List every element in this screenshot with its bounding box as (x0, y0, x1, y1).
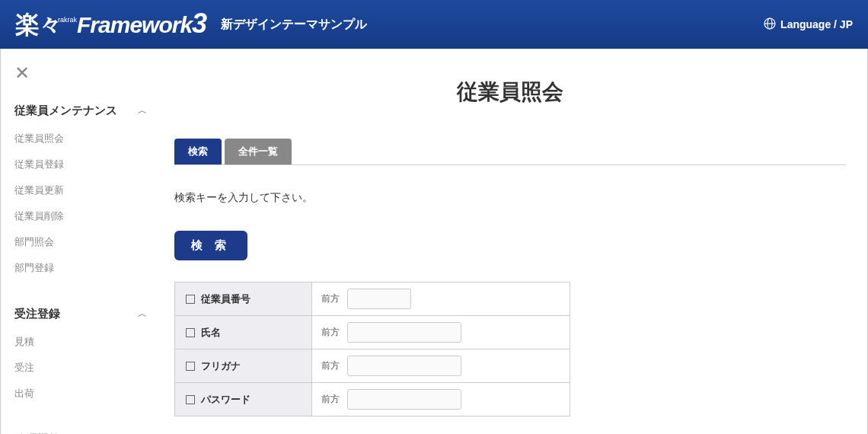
sidebar-item-ship[interactable]: 出荷 (14, 381, 153, 407)
chevron-up-icon: ︿ (138, 104, 147, 117)
logo: 楽々 rakrak Framework 3 (15, 8, 207, 42)
field-label: フリガナ (201, 359, 241, 373)
form-value-cell: 前方 (312, 316, 570, 349)
sidebar-item-dept-register[interactable]: 部門登録 (14, 255, 153, 281)
input-emp-no[interactable] (347, 289, 411, 309)
logo-jp: 楽々 (15, 8, 61, 42)
instruction-text: 検索キーを入力して下さい。 (174, 191, 846, 205)
checkbox-password[interactable] (186, 395, 195, 404)
checkbox-furigana[interactable] (186, 362, 195, 371)
tabs: 検索 全件一覧 (174, 139, 846, 165)
logo-small: rakrak (58, 16, 77, 24)
sidebar-item-emp-register[interactable]: 従業員登録 (14, 152, 153, 177)
menu-group-employee[interactable]: 従業員メンテナンス ︿ (14, 96, 153, 126)
tab-search[interactable]: 検索 (174, 139, 222, 164)
menu-group-order[interactable]: 受注登録 ︿ (14, 299, 153, 329)
sidebar-item-emp-delete[interactable]: 従業員削除 (14, 203, 153, 229)
form-row-emp-no: 従業員番号 前方 (175, 282, 570, 316)
menu-group-admin[interactable]: 管理機能 ︿ (14, 425, 153, 434)
main-content: 従業員照会 検索 全件一覧 検索キーを入力して下さい。 検 索 従業員番号 前方 (153, 49, 867, 434)
globe-icon (764, 18, 776, 32)
form-label-cell: 従業員番号 (175, 282, 312, 315)
field-label: パスワード (201, 393, 251, 407)
field-label: 氏名 (201, 326, 221, 340)
menu-group-title: 従業員メンテナンス (14, 104, 117, 118)
input-name[interactable] (347, 322, 461, 343)
form-value-cell: 前方 (312, 282, 570, 315)
sidebar-item-order[interactable]: 受注 (14, 355, 153, 381)
logo-3: 3 (192, 8, 207, 40)
form-label-cell: フリガナ (175, 349, 312, 382)
match-type: 前方 (321, 393, 340, 406)
match-type: 前方 (321, 292, 340, 305)
match-type: 前方 (321, 359, 340, 372)
sidebar-item-quote[interactable]: 見積 (14, 329, 153, 355)
checkbox-emp-no[interactable] (186, 295, 195, 304)
field-label: 従業員番号 (201, 292, 251, 306)
form-label-cell: パスワード (175, 383, 312, 416)
sidebar-item-emp-update[interactable]: 従業員更新 (14, 177, 153, 203)
language-switcher[interactable]: Language / JP (764, 18, 853, 32)
search-button[interactable]: 検 索 (174, 231, 247, 260)
tab-all[interactable]: 全件一覧 (225, 139, 292, 164)
form-label-cell: 氏名 (175, 316, 312, 349)
form-row-furigana: フリガナ 前方 (175, 349, 570, 383)
form-row-name: 氏名 前方 (175, 316, 570, 349)
search-form: 従業員番号 前方 氏名 前方 フ (174, 282, 570, 416)
sidebar-item-emp-query[interactable]: 従業員照会 (14, 126, 153, 152)
menu-group-title: 受注登録 (14, 307, 60, 321)
checkbox-name[interactable] (186, 328, 195, 337)
logo-framework: Framework (77, 12, 192, 38)
match-type: 前方 (321, 326, 340, 339)
language-label: Language / JP (780, 18, 853, 30)
form-row-password: パスワード 前方 (175, 383, 570, 416)
app-header: 楽々 rakrak Framework 3 新デザインテーマサンプル Langu… (0, 0, 868, 49)
input-furigana[interactable] (347, 356, 461, 376)
form-value-cell: 前方 (312, 383, 570, 416)
header-subtitle: 新デザインテーマサンプル (221, 17, 367, 33)
sidebar-item-dept-query[interactable]: 部門照会 (14, 229, 153, 255)
close-icon[interactable]: ✕ (14, 62, 153, 84)
chevron-up-icon: ︿ (138, 308, 147, 321)
page-title: 従業員照会 (174, 78, 846, 107)
form-value-cell: 前方 (312, 349, 570, 382)
input-password[interactable] (347, 389, 461, 410)
sidebar: ✕ 従業員メンテナンス ︿ 従業員照会 従業員登録 従業員更新 従業員削除 部門… (1, 49, 153, 434)
